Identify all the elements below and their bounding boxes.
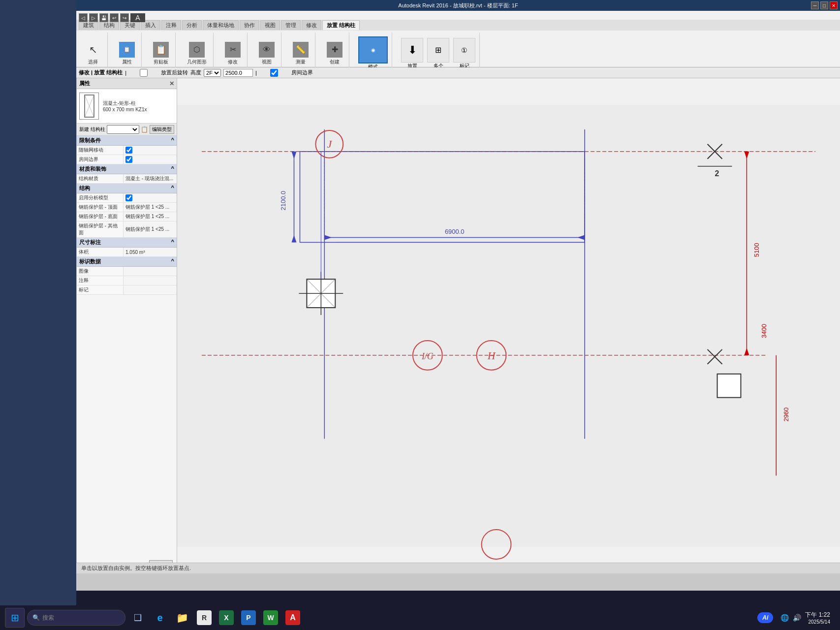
svg-text:H: H — [487, 349, 496, 362]
qa-redo[interactable]: ↪ — [120, 13, 129, 22]
taskbar-app-folder[interactable]: 📁 — [172, 608, 192, 628]
tab-massing[interactable]: 体量和场地 — [203, 20, 239, 30]
rotate-after-placement-checkbox[interactable] — [129, 69, 158, 77]
taskbar-app-red[interactable]: A — [283, 608, 303, 628]
tab-manage[interactable]: 管理 — [281, 20, 301, 30]
title-bar: Autodesk Revit 2016 - 故城职校.rvt - 楼层平面: 1… — [76, 0, 840, 11]
qa-undo[interactable]: ↩ — [110, 13, 119, 22]
excel-icon: X — [219, 610, 234, 625]
btn-measure[interactable]: 📏 测量 — [290, 40, 311, 67]
btn-select[interactable]: ↖ 选择 — [83, 40, 103, 67]
btn-geometry[interactable]: ⬡ 几何图形 — [185, 40, 209, 67]
clipboard-icon: 📋 — [153, 42, 169, 58]
prop-row-cover-bottom: 钢筋保护层 - 底面 钢筋保护层 1 <25 ... — [77, 212, 177, 221]
svg-text:I/G: I/G — [421, 351, 434, 361]
properties-close-btn[interactable]: ✕ — [169, 80, 174, 87]
folder-icon: 📁 — [176, 612, 188, 624]
room-boundary-checkbox[interactable] — [259, 69, 289, 77]
btn-modify[interactable]: ✂ 修改 — [222, 40, 243, 67]
start-button[interactable]: ⊞ — [5, 608, 25, 628]
minimize-btn[interactable]: ─ — [811, 1, 819, 9]
tab-modify[interactable]: 修改 — [302, 20, 321, 30]
multiple-icon: ⊞ — [427, 38, 449, 63]
type-selector: 新建 结构柱 📋 编辑类型 — [77, 124, 177, 136]
btn-clipboard[interactable]: 📋 剪贴板 — [151, 40, 171, 67]
taskbar-task-view[interactable]: ❑ — [128, 608, 148, 628]
taskbar-search[interactable]: 🔍 搜索 — [27, 610, 125, 626]
btn-view[interactable]: 👁 视图 — [256, 40, 277, 67]
qa-save[interactable]: 💾 — [99, 13, 108, 22]
ribbon-tabs: 建筑 结构 关键 插入 注释 分析 体量和场地 协作 视图 管理 修改 放置 结… — [76, 20, 840, 31]
qa-app-menu[interactable]: A — [130, 13, 145, 22]
prop-row-image: 图像 — [77, 267, 177, 276]
btn-create[interactable]: ✚ 创建 — [324, 40, 345, 67]
search-icon: 🔍 — [32, 614, 40, 621]
close-btn[interactable]: ✕ — [830, 1, 838, 9]
revit-drawing: J H I/G 6900.0 2100.0 5100 — [177, 78, 840, 573]
taskbar-app-blue[interactable]: P — [239, 608, 258, 628]
ai-button[interactable]: Ai — [757, 612, 773, 623]
mode-icon: ◉ — [371, 47, 375, 53]
svg-text:5100: 5100 — [753, 243, 760, 257]
properties-panel: 属性 ✕ 混凝土-矩形-柱 600 x 700 mm KZ1x 新建 结构柱 📋 — [76, 78, 177, 573]
analytical-model-checkbox[interactable] — [125, 194, 132, 201]
app-title: Autodesk Revit 2016 - 故城职校.rvt - 楼层平面: 1… — [398, 2, 518, 9]
create-icon: ✚ — [327, 42, 342, 58]
properties-panel-header: 属性 ✕ — [77, 78, 177, 89]
drawing-canvas-area[interactable]: J H I/G 6900.0 2100.0 5100 — [177, 78, 840, 573]
modify-icon: ✂ — [225, 42, 241, 58]
place-icon: ⬇ — [401, 38, 423, 63]
restore-btn[interactable]: □ — [820, 1, 828, 9]
btn-place[interactable]: ⬇ 放置 — [401, 38, 423, 69]
taskbar-app-revit[interactable]: R — [194, 608, 214, 628]
properties-icon: 📋 — [119, 42, 135, 58]
taskbar-app-green[interactable]: W — [261, 608, 280, 628]
section-structure: 结构 ^ — [77, 184, 177, 193]
svg-text:6900.0: 6900.0 — [445, 228, 465, 235]
element-preview-image — [79, 93, 99, 120]
prop-row-room-boundary: 房间边界 — [77, 155, 177, 164]
height-select[interactable]: 2F — [204, 69, 221, 77]
tab-analyze[interactable]: 分析 — [182, 20, 202, 30]
system-clock[interactable]: 下午 1:22 2025/5/14 — [805, 611, 830, 625]
monitor-bezel-left — [0, 0, 76, 605]
btn-properties[interactable]: 📋 属性 — [117, 40, 137, 67]
prop-row-material: 结构材质 混凝土 - 现场浇注混... — [77, 174, 177, 184]
svg-text:J: J — [327, 138, 332, 150]
offset-input[interactable] — [223, 69, 253, 77]
taskbar-app-edge[interactable]: e — [150, 608, 170, 628]
tab-view[interactable]: 视图 — [260, 20, 280, 30]
tab-annotate[interactable]: 注释 — [161, 20, 181, 30]
room-boundary-prop-checkbox[interactable] — [125, 156, 132, 163]
btn-mode[interactable]: ◉ — [358, 36, 388, 63]
qa-back[interactable]: ◁ — [79, 13, 88, 22]
qa-forward[interactable]: ▷ — [89, 13, 98, 22]
prop-row-analytical: 启用分析模型 — [77, 193, 177, 203]
tab-place-column[interactable]: 放置 结构柱 — [322, 20, 360, 30]
taskbar-app-excel[interactable]: X — [217, 608, 236, 628]
view-icon: 👁 — [259, 42, 275, 58]
svg-text:2960: 2960 — [782, 408, 790, 422]
btn-mark[interactable]: ① 标记 — [453, 38, 475, 69]
section-dimensions: 尺寸标注 ^ — [77, 238, 177, 248]
measure-icon: 📏 — [293, 42, 309, 58]
svg-text:2100.0: 2100.0 — [280, 191, 287, 211]
svg-text:3400: 3400 — [760, 324, 768, 338]
quick-access-toolbar: ◁ ▷ 💾 ↩ ↪ A — [79, 13, 145, 22]
prop-row-cover-top: 钢筋保护层 - 顶面 钢筋保护层 1 <25 ... — [77, 203, 177, 212]
btn-multiple[interactable]: ⊞ 多个 — [427, 38, 449, 69]
command-bar: 修改 | 放置 结构柱 | 放置后旋转 高度 2F | 房间边界 — [76, 67, 840, 78]
revit-screen: Autodesk Revit 2016 - 故城职校.rvt - 楼层平面: 1… — [76, 0, 840, 591]
svg-rect-3 — [177, 105, 840, 547]
blue-app-icon: P — [241, 610, 256, 625]
tab-collaborate[interactable]: 协作 — [240, 20, 259, 30]
green-app-icon: W — [263, 610, 278, 625]
geometry-icon: ⬡ — [189, 42, 205, 58]
type-dropdown[interactable] — [107, 125, 139, 134]
edit-type-btn[interactable]: 编辑类型 — [150, 125, 174, 134]
section-materials: 材质和装饰 ^ — [77, 164, 177, 174]
task-view-icon: ❑ — [134, 612, 142, 623]
prop-row-mark: 标记 — [77, 285, 177, 295]
volume-icon: 🔊 — [793, 614, 801, 622]
grid-move-checkbox[interactable] — [125, 147, 132, 154]
